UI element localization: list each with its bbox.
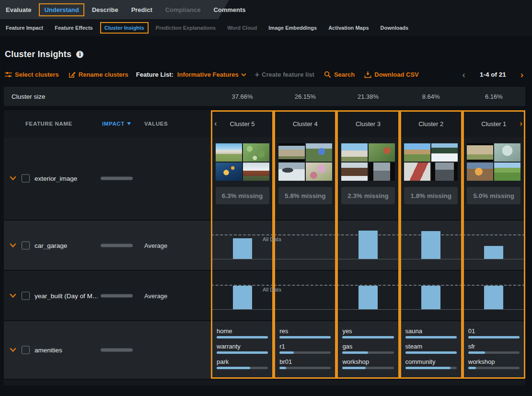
subtab-image-embeddings[interactable]: Image Embeddings	[268, 25, 317, 31]
missing-badge: 1.8% missing	[404, 187, 458, 204]
value-item: sauna	[405, 327, 457, 338]
thumbnail-image[interactable]	[243, 163, 269, 181]
row-checkbox[interactable]	[22, 241, 30, 249]
column-header-cluster-2[interactable]: Cluster 2	[400, 110, 463, 137]
thumbnail-image[interactable]	[494, 143, 520, 162]
thumbnail-image[interactable]	[369, 143, 395, 162]
tab-evaluate[interactable]: Evaluate	[6, 6, 31, 13]
pagination-next-icon[interactable]: ›	[519, 70, 525, 79]
row-checkbox[interactable]	[22, 175, 30, 183]
tab-comments[interactable]: Comments	[213, 6, 245, 13]
tab-predict[interactable]: Predict	[131, 6, 152, 13]
value-label: workshop	[342, 358, 393, 365]
tab-understand[interactable]: Understand	[39, 3, 84, 16]
column-header-impact[interactable]: IMPACT	[102, 121, 131, 127]
info-icon[interactable]: i	[76, 51, 83, 58]
value-bar	[405, 336, 457, 338]
rename-clusters-button[interactable]: Rename clusters	[69, 71, 128, 78]
column-header-cluster-3[interactable]: Cluster 3	[336, 110, 399, 137]
tab-describe[interactable]: Describe	[92, 6, 118, 13]
pagination-prev-icon[interactable]: ‹	[461, 70, 467, 79]
subtab-downloads[interactable]: Downloads	[381, 25, 409, 31]
thumbnail-image[interactable]	[216, 143, 242, 162]
select-clusters-button[interactable]: Select clusters	[5, 71, 59, 78]
cluster-5-values-cell: home warranty park	[211, 321, 274, 379]
column-header-feature-name[interactable]: FEATURE NAME	[25, 121, 72, 127]
thumbnail-image[interactable]	[467, 163, 493, 181]
cluster-3-chart-cell	[336, 221, 399, 270]
toolbar: Select clusters Rename clusters Feature …	[5, 70, 525, 79]
row-checkbox[interactable]	[22, 346, 30, 354]
value-item: yes	[342, 327, 393, 338]
subtab-feature-impact[interactable]: Feature Impact	[6, 25, 43, 31]
value-label: 01	[468, 327, 520, 335]
cluster-4-values-cell: res r1 br01	[274, 321, 336, 379]
feature-name: amenities	[35, 347, 62, 354]
subtab-feature-effects[interactable]: Feature Effects	[55, 25, 93, 31]
table-row-amenities: amenities home warranty park res r1 br01…	[4, 320, 525, 379]
cluster-size-row: Cluster size 37.66% 26.15% 21.38% 8.64% …	[4, 87, 525, 106]
thumbnail-image[interactable]	[243, 143, 269, 162]
thumbnail-image[interactable]	[341, 143, 368, 162]
feature-name: exterior_image	[35, 175, 77, 182]
thumbnail-image[interactable]	[431, 163, 458, 181]
clusters-next-icon[interactable]: ›	[520, 119, 522, 128]
next-row-peek	[4, 380, 525, 385]
feature-list-dropdown[interactable]: Informative Features	[177, 71, 246, 78]
table-row-exterior-image: exterior_image 6.3% missing 5.8% missing	[4, 137, 525, 220]
subtab-prediction-explanations: Prediction Explanations	[156, 25, 216, 31]
cluster-2-image-cell: 1.8% missing	[400, 137, 463, 220]
row-checkbox[interactable]	[22, 291, 30, 300]
column-header-cluster-4[interactable]: Cluster 4	[274, 110, 336, 137]
chart-bar	[233, 238, 252, 259]
value-label: sauna	[405, 327, 457, 335]
thumbnail-image[interactable]	[278, 143, 305, 162]
subtab-activation-maps[interactable]: Activation Maps	[328, 25, 369, 31]
expand-row-icon[interactable]	[10, 243, 16, 248]
value-bar	[342, 367, 393, 369]
subtab-cluster-insights[interactable]: Cluster Insights	[100, 22, 149, 34]
expand-row-icon[interactable]	[10, 293, 16, 298]
value-bar	[468, 351, 520, 354]
value-label: br01	[279, 358, 331, 365]
cluster-2-chart-cell	[400, 221, 463, 270]
impact-header-label: IMPACT	[102, 121, 125, 127]
download-csv-button[interactable]: Download CSV	[364, 71, 418, 78]
edit-icon	[69, 71, 76, 78]
value-bar	[217, 367, 268, 369]
value-item: workshop	[342, 358, 393, 369]
thumbnail-image[interactable]	[467, 143, 493, 162]
thumbnail-image[interactable]	[341, 163, 368, 181]
expand-row-icon[interactable]	[10, 176, 16, 181]
cluster-size-value: 6.16%	[463, 93, 525, 100]
cluster-size-value: 21.38%	[336, 93, 399, 100]
cluster-4-chart-cell	[274, 271, 336, 320]
plus-icon: +	[255, 70, 259, 79]
expand-row-icon[interactable]	[10, 348, 16, 352]
thumbnail-image[interactable]	[306, 143, 332, 162]
column-header-cluster-5[interactable]: ‹ Cluster 5	[211, 110, 274, 137]
cluster-5-label: Cluster 5	[230, 120, 255, 128]
thumbnail-image[interactable]	[404, 163, 430, 181]
value-label: sfr	[468, 343, 520, 350]
value-item: gas	[342, 343, 393, 354]
thumbnail-image[interactable]	[306, 163, 332, 181]
cluster-2-values-cell: sauna steam community	[400, 321, 463, 379]
thumbnail-image[interactable]	[494, 163, 520, 181]
thumbnail-image[interactable]	[216, 163, 242, 181]
thumbnail-image[interactable]	[369, 163, 395, 181]
cluster-size-value: 26.15%	[274, 93, 336, 100]
thumbnail-image[interactable]	[404, 143, 430, 162]
search-label: Search	[334, 71, 355, 78]
thumbnail-image[interactable]	[431, 143, 458, 162]
value-label: warranty	[217, 343, 268, 350]
column-header-cluster-1[interactable]: Cluster 1 ›	[463, 110, 525, 137]
clusters-prev-icon[interactable]: ‹	[214, 119, 217, 128]
feature-value-type: Average	[144, 242, 167, 249]
search-button[interactable]: Search	[324, 71, 355, 78]
all-data-line	[211, 234, 274, 235]
all-data-line	[463, 234, 525, 235]
all-data-line	[274, 234, 336, 235]
sort-desc-icon	[127, 122, 131, 125]
thumbnail-image[interactable]	[278, 163, 305, 181]
